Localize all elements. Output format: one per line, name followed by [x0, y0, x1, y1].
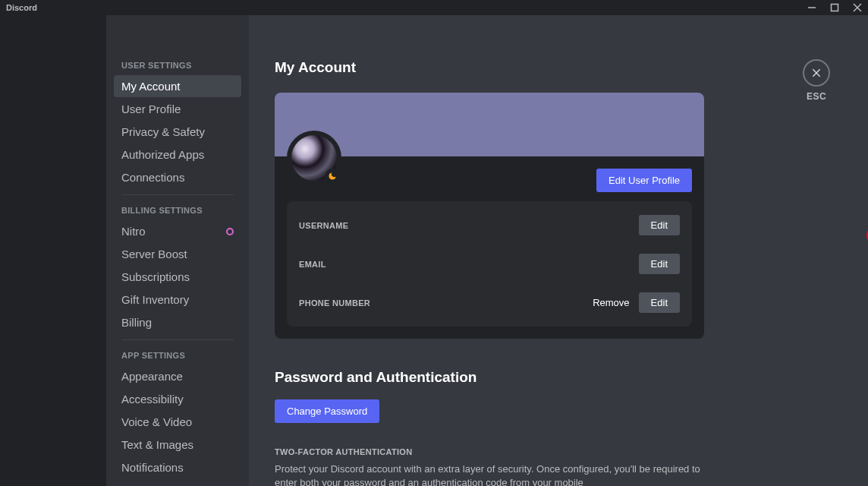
- sidebar-item-subscriptions[interactable]: Subscriptions: [114, 266, 241, 288]
- nitro-badge-icon: [226, 228, 234, 235]
- sidebar-item-label: Text & Images: [121, 438, 193, 451]
- field-email: EMAIL Edit: [299, 254, 680, 292]
- minimize-button[interactable]: [807, 3, 816, 12]
- sidebar-item-server-boost[interactable]: Server Boost: [114, 243, 241, 265]
- sidebar-item-label: My Account: [121, 80, 181, 93]
- password-section-title: Password and Authentication: [275, 369, 704, 386]
- page-title: My Account: [275, 59, 704, 76]
- sidebar-item-accessibility[interactable]: Accessibility: [114, 388, 241, 410]
- close-icon: [803, 59, 830, 87]
- sidebar-item-label: Connections: [121, 171, 184, 184]
- sidebar-item-label: Authorized Apps: [121, 148, 204, 161]
- sidebar-header-user: USER SETTINGS: [114, 56, 241, 74]
- maximize-button[interactable]: [830, 3, 839, 12]
- close-label: ESC: [803, 91, 830, 102]
- sidebar-item-label: Billing: [121, 316, 152, 329]
- sidebar-item-label: Gift Inventory: [121, 293, 189, 306]
- svg-rect-1: [832, 5, 838, 11]
- sidebar-divider: [121, 339, 234, 340]
- field-label: PHONE NUMBER: [299, 298, 370, 308]
- sidebar-item-label: Nitro: [121, 225, 146, 238]
- field-username: USERNAME Edit: [299, 215, 680, 254]
- edit-username-button[interactable]: Edit: [639, 215, 680, 235]
- sidebar-item-privacy-safety[interactable]: Privacy & Safety: [114, 121, 241, 143]
- status-indicator: [325, 169, 340, 184]
- sidebar-item-label: Server Boost: [121, 248, 187, 260]
- edit-email-button[interactable]: Edit: [639, 254, 680, 274]
- field-phone: PHONE NUMBER Remove Edit: [299, 292, 680, 320]
- change-password-button[interactable]: Change Password: [275, 399, 379, 423]
- window-controls: [807, 3, 862, 12]
- sidebar-item-connections[interactable]: Connections: [114, 166, 241, 188]
- sidebar-item-notifications[interactable]: Notifications: [114, 456, 241, 478]
- app-name: Discord: [6, 3, 37, 12]
- close-window-button[interactable]: [853, 3, 862, 12]
- field-label: EMAIL: [299, 260, 326, 269]
- account-card: Edit User Profile USERNAME Edit EMAIL Ed…: [275, 93, 704, 339]
- sidebar-item-label: Accessibility: [121, 393, 184, 406]
- remove-phone-link[interactable]: Remove: [593, 297, 629, 308]
- tfa-description: Protect your Discord account with an ext…: [275, 462, 704, 486]
- sidebar-item-nitro[interactable]: Nitro: [114, 220, 241, 242]
- sidebar-item-label: Subscriptions: [121, 270, 190, 283]
- sidebar-divider: [121, 194, 234, 195]
- sidebar-item-billing[interactable]: Billing: [114, 311, 241, 333]
- sidebar-item-text-images[interactable]: Text & Images: [114, 434, 241, 456]
- edit-phone-button[interactable]: Edit: [639, 292, 680, 313]
- idle-icon: [328, 172, 337, 181]
- sidebar-item-label: Notifications: [121, 461, 184, 474]
- settings-sidebar: USER SETTINGS My Account User Profile Pr…: [106, 15, 249, 486]
- sidebar-item-label: Voice & Video: [121, 415, 192, 428]
- close-settings-button[interactable]: ESC: [803, 59, 830, 102]
- sidebar-item-user-profile[interactable]: User Profile: [114, 98, 241, 120]
- avatar-container: [287, 131, 341, 185]
- tfa-label: TWO-FACTOR AUTHENTICATION: [275, 447, 704, 456]
- window-titlebar: Discord: [0, 0, 868, 15]
- sidebar-item-voice-video[interactable]: Voice & Video: [114, 411, 241, 433]
- content-area: ESC My Account Edit User Profile: [249, 15, 868, 486]
- sidebar-header-app: APP SETTINGS: [114, 346, 241, 364]
- sidebar-item-appearance[interactable]: Appearance: [114, 365, 241, 387]
- sidebar-item-label: User Profile: [121, 103, 181, 115]
- sidebar-item-authorized-apps[interactable]: Authorized Apps: [114, 144, 241, 166]
- field-label: USERNAME: [299, 221, 348, 230]
- left-gutter: [0, 15, 106, 486]
- sidebar-item-label: Appearance: [121, 370, 183, 383]
- sidebar-item-my-account[interactable]: My Account: [114, 75, 241, 97]
- sidebar-item-keybinds[interactable]: Keybinds: [114, 479, 241, 486]
- account-fields: USERNAME Edit EMAIL Edit PHONE NUMBER: [287, 201, 692, 327]
- sidebar-header-billing: BILLING SETTINGS: [114, 201, 241, 219]
- edit-user-profile-button[interactable]: Edit User Profile: [596, 169, 692, 192]
- sidebar-item-label: Privacy & Safety: [121, 125, 205, 138]
- sidebar-item-gift-inventory[interactable]: Gift Inventory: [114, 289, 241, 311]
